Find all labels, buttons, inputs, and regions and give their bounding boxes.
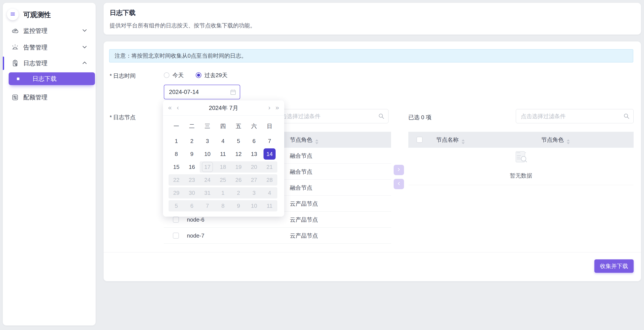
calendar-day-cell: 9 [231,200,246,211]
date-picker-field[interactable] [164,85,240,99]
selected-nodes-table: 节点名称 节点角色 暂无数据 [408,132,634,185]
alarm-icon [11,44,19,51]
search-icon [378,113,385,121]
sidebar-item-alerts[interactable]: 告警管理 [3,41,96,54]
collect-and-download-button[interactable]: 收集并下载 [594,259,634,273]
row-checkbox[interactable] [173,217,179,223]
calendar-day-cell[interactable]: 6 [246,135,262,147]
sidebar-item-logs[interactable]: 日志管理 [3,57,96,70]
calendar-day-cell: 18 [215,161,231,173]
node-role: 云产品节点 [290,228,318,244]
column-header-node-name[interactable]: 节点名称 [436,132,465,148]
calendar-day-cell[interactable]: 3 [200,135,215,147]
select-all-checkbox[interactable] [416,137,422,143]
right-filter-search-input[interactable] [516,109,634,123]
table-row[interactable]: node-7 云产品节点 [164,228,391,244]
calendar-day-cell: 11 [262,200,277,211]
calendar-day-cell[interactable]: 7 [262,135,277,147]
sort-icon [567,139,570,144]
sidebar-item-label: 监控管理 [23,27,48,35]
chevron-up-icon [82,61,87,65]
calendar-day-cell[interactable]: 10 [200,148,215,160]
sidebar-subitem-label: 日志下载 [32,75,56,83]
sidebar-item-monitoring[interactable]: 监控管理 [3,24,96,38]
log-time-radio-group: 今天 过去29天 [164,70,228,81]
calendar-day-cell[interactable]: 11 [215,148,231,160]
sidebar-item-quota[interactable]: 配额管理 [3,91,96,104]
move-right-button[interactable] [394,165,404,175]
calendar-day-cell: 27 [246,174,262,186]
app-logo[interactable] [7,9,18,20]
menu-fold-icon [10,11,16,18]
calendar-day-cell: 7 [200,200,215,211]
calendar-day-cell[interactable]: 8 [168,148,184,160]
radio-today[interactable] [164,72,170,78]
calendar-icon [230,89,236,96]
calendar-day-cell: 21 [262,161,277,173]
calendar-day-cell: 26 [231,174,246,186]
calendar-header: « ‹ 2024年 7月 › » [163,100,284,116]
right-filter-search[interactable] [516,109,634,123]
calendar-day-cell[interactable]: 13 [246,148,262,160]
node-role: 融合节点 [290,164,312,180]
radio-past-29-days-label: 过去29天 [204,72,228,79]
calendar-day-cell[interactable]: 9 [184,148,200,160]
monitor-cloud-icon [11,27,19,35]
chevron-left-icon [397,181,401,187]
column-header-node-role[interactable]: 节点角色 [541,132,570,148]
calendar-day-cell: 1 [215,187,231,198]
calendar-day-cell: 23 [184,174,200,186]
sidebar: 可观测性 监控管理 告警管理 [3,3,96,325]
calendar-day-cell: 24 [200,174,215,186]
log-clipboard-icon [11,59,19,67]
no-data-text: 暂无数据 [510,172,532,179]
calendar-day-cell-selected[interactable]: 14 [262,148,277,160]
calendar-title[interactable]: 2024年 7月 [163,100,284,116]
page-title: 日志下载 [110,9,136,17]
calendar-day-cell[interactable]: 15 [168,161,184,173]
calendar-day-cell: 22 [168,174,184,186]
page-description: 提供对平台所有组件的日志按天、按节点收集下载的功能。 [110,22,256,29]
footer-divider [104,252,641,252]
calendar-day-cell[interactable]: 2 [184,135,200,147]
no-data-icon [514,150,528,165]
row-checkbox[interactable] [173,233,179,239]
radio-today-label: 今天 [172,72,184,79]
calendar-day-cell[interactable]: 1 [168,135,184,147]
calendar-day-cell: 31 [200,187,215,198]
calendar-day-cell[interactable]: 5 [231,135,246,147]
calendar-day-cell: 19 [231,161,246,173]
radio-past-29-days[interactable] [196,72,201,78]
log-nodes-label: *日志节点 [110,114,136,121]
calendar-day-cell[interactable]: 4 [215,135,231,147]
calendar-day-cell[interactable]: 16 [184,161,200,173]
main-content-card: 注意：将按照北京时间收集从0点至当前时间的日志。 *日志时间 今天 过去29天 … [104,42,641,281]
calendar-day-cell: 28 [262,174,277,186]
calendar-day-cell: 25 [215,174,231,186]
column-header-node-role[interactable]: 节点角色 [290,132,318,148]
bullet-icon [17,78,20,80]
calendar-day-cell: 30 [184,187,200,198]
date-input[interactable] [164,85,240,99]
next-month-button[interactable]: › [268,100,270,115]
calendar-day-cell: 2 [231,187,246,198]
chevron-down-icon [82,46,87,50]
calendar-day-cell-today[interactable]: 17 [200,161,215,173]
log-time-label: *日志时间 [110,72,136,80]
calendar-day-cell: 3 [246,187,262,198]
left-filter-search[interactable] [271,109,388,123]
sidebar-item-label: 日志管理 [23,59,48,67]
next-year-button[interactable]: » [276,100,279,115]
selected-count-label: 已选 0 项 [408,114,432,121]
sidebar-item-log-download[interactable]: 日志下载 [9,72,95,85]
calendar-day-cell: 29 [168,187,184,198]
calendar-day-cell[interactable]: 12 [231,148,246,160]
move-left-button[interactable] [394,179,404,189]
node-role: 融合节点 [290,180,312,196]
calendar-day-cell: 6 [184,200,200,211]
left-filter-search-input[interactable] [271,109,388,123]
node-role: 云产品节点 [290,212,318,228]
calendar-grid: 1 2 3 4 5 6 7 8 9 10 11 12 13 14 15 16 1… [168,135,277,212]
required-mark: * [110,73,112,79]
empty-state: 暂无数据 [408,148,634,185]
